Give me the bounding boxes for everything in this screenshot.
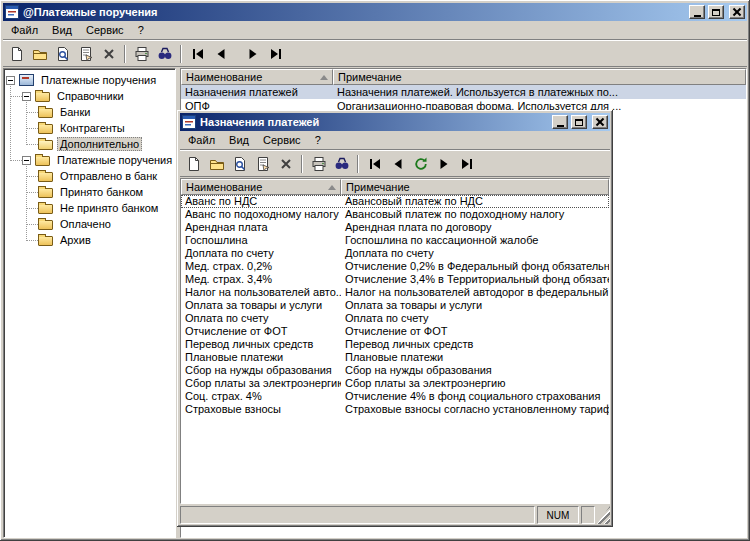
find-button[interactable] bbox=[153, 43, 176, 65]
list-row[interactable]: Оплата по счетуОплата по счету bbox=[181, 312, 609, 325]
menu-item-3[interactable]: ? bbox=[308, 132, 328, 149]
tree-connector-line bbox=[26, 176, 38, 177]
last-button[interactable] bbox=[264, 43, 287, 65]
child-body: НаименованиеПримечаниеАванс по НДСАвансо… bbox=[180, 177, 610, 504]
properties-button[interactable] bbox=[251, 153, 274, 175]
tree-item[interactable]: Оплачено bbox=[4, 216, 175, 232]
menu-item-3[interactable]: ? bbox=[131, 22, 151, 39]
refresh-button[interactable] bbox=[409, 153, 432, 175]
first-button[interactable] bbox=[363, 153, 386, 175]
tree-connector-line bbox=[26, 112, 38, 113]
last-icon bbox=[459, 156, 475, 172]
list-row[interactable]: Сбор платы за электроэнергиюСбор платы з… bbox=[181, 377, 609, 390]
tree-item[interactable]: Принято банком bbox=[4, 184, 175, 200]
tree-item-label: Дополнительно bbox=[57, 137, 142, 151]
child-maximize-button[interactable] bbox=[571, 115, 587, 129]
cell-name: Оплата за товары и услуги bbox=[181, 299, 341, 312]
list-row[interactable]: Назначения платежейНазначения платежей. … bbox=[181, 85, 746, 99]
child-window-title: Назначения платежей bbox=[199, 116, 549, 128]
tree-item[interactable]: Отправлено в банк bbox=[4, 168, 175, 184]
column-header-note[interactable]: Примечание bbox=[341, 179, 609, 195]
list-row[interactable]: Сбор на нужды образованияСбор на нужды о… bbox=[181, 364, 609, 377]
menu-item-1[interactable]: Вид bbox=[45, 22, 79, 39]
new-button[interactable] bbox=[182, 153, 205, 175]
column-header-label: Наименование bbox=[186, 71, 262, 83]
delete-button[interactable] bbox=[97, 43, 120, 65]
open-button[interactable] bbox=[28, 43, 51, 65]
cell-name: Соц. страх. 4% bbox=[181, 390, 341, 403]
list-row[interactable]: Страховые взносыСтраховые взносы согласн… bbox=[181, 403, 609, 416]
tree-item-label: Контрагенты bbox=[57, 121, 128, 135]
open-button[interactable] bbox=[205, 153, 228, 175]
menu-item-1[interactable]: Вид bbox=[222, 132, 256, 149]
prev-button[interactable] bbox=[209, 43, 232, 65]
delete-button[interactable] bbox=[274, 153, 297, 175]
list-row[interactable]: Отчисление от ФОТОтчисление от ФОТ bbox=[181, 325, 609, 338]
next-button[interactable] bbox=[432, 153, 455, 175]
list-row[interactable]: Мед. страх. 3,4%Отчисление 3,4% в Террит… bbox=[181, 273, 609, 286]
list-row[interactable]: Плановые платежиПлановые платежи bbox=[181, 351, 609, 364]
print-button[interactable] bbox=[130, 43, 153, 65]
main-titlebar[interactable]: @Платежные поручения bbox=[3, 3, 747, 21]
list-row[interactable]: ГоспошлинаГоспошлина по кассационной жал… bbox=[181, 234, 609, 247]
list-row[interactable]: Аванс по подоходному налогуАвансовый пла… bbox=[181, 208, 609, 221]
child-titlebar[interactable]: Назначения платежей bbox=[180, 113, 610, 131]
status-message bbox=[180, 506, 535, 524]
tree-item-label: Банки bbox=[57, 105, 93, 119]
child-close-button[interactable] bbox=[592, 115, 608, 129]
list-row[interactable]: Аванс по НДСАвансовый платеж по НДС bbox=[181, 195, 609, 208]
list-row[interactable]: Налог на пользователей авто...Налог на п… bbox=[181, 286, 609, 299]
list-row[interactable]: Мед. страх. 0,2%Отчисление 0,2% в Федера… bbox=[181, 260, 609, 273]
tree-item[interactable]: Архив bbox=[4, 232, 175, 248]
folder-icon bbox=[35, 92, 50, 102]
list-row[interactable]: Доплата по счетуДоплата по счету bbox=[181, 247, 609, 260]
cell-name: Сбор на нужды образования bbox=[181, 364, 341, 377]
list-row[interactable]: Перевод личных средствПеревод личных сре… bbox=[181, 338, 609, 351]
first-button[interactable] bbox=[186, 43, 209, 65]
preview-button[interactable] bbox=[51, 43, 74, 65]
tree-item[interactable]: Дополнительно bbox=[4, 136, 175, 152]
print-button[interactable] bbox=[307, 153, 330, 175]
cell-note: Назначения платежей. Используется в плат… bbox=[333, 85, 746, 99]
next-button[interactable] bbox=[241, 43, 264, 65]
list-row[interactable]: Арендная платаАрендная плата по договору bbox=[181, 221, 609, 234]
maximize-button[interactable] bbox=[708, 5, 724, 19]
column-header-name[interactable]: Наименование bbox=[181, 179, 341, 195]
prev-button[interactable] bbox=[386, 153, 409, 175]
menu-item-0[interactable]: Файл bbox=[4, 22, 45, 39]
status-pane bbox=[581, 506, 595, 524]
sort-ascending-icon bbox=[328, 185, 336, 190]
tree-connector-line bbox=[26, 240, 38, 241]
tree-item[interactable]: Платежные поручения bbox=[4, 152, 175, 168]
tree-item[interactable]: Не принято банком bbox=[4, 200, 175, 216]
preview-button[interactable] bbox=[228, 153, 251, 175]
menu-item-2[interactable]: Сервис bbox=[79, 22, 131, 39]
tree-item[interactable]: Справочники bbox=[4, 88, 175, 104]
num-indicator: NUM bbox=[537, 506, 579, 524]
menu-item-2[interactable]: Сервис bbox=[256, 132, 308, 149]
tree-collapse-icon[interactable] bbox=[22, 156, 31, 165]
tree-item[interactable]: Контрагенты bbox=[4, 120, 175, 136]
tree-item[interactable]: Банки bbox=[4, 104, 175, 120]
column-header-note[interactable]: Примечание bbox=[333, 69, 746, 85]
folder-icon bbox=[38, 188, 53, 198]
tree-collapse-icon[interactable] bbox=[6, 76, 15, 85]
new-button[interactable] bbox=[5, 43, 28, 65]
child-minimize-button[interactable] bbox=[552, 115, 568, 129]
properties-button[interactable] bbox=[74, 43, 97, 65]
list-row[interactable]: Соц. страх. 4%Отчисление 4% в фонд социа… bbox=[181, 390, 609, 403]
next-icon bbox=[245, 46, 261, 62]
column-header-name[interactable]: Наименование bbox=[181, 69, 333, 85]
list-row[interactable]: Оплата за товары и услугиОплата за товар… bbox=[181, 299, 609, 312]
tree-collapse-icon[interactable] bbox=[22, 92, 31, 101]
close-button[interactable] bbox=[729, 5, 745, 19]
cell-name: Назначения платежей bbox=[181, 85, 333, 99]
last-button[interactable] bbox=[455, 153, 478, 175]
find-button[interactable] bbox=[330, 153, 353, 175]
tree-root-item[interactable]: Платежные поручения bbox=[4, 72, 175, 88]
next-icon bbox=[436, 156, 452, 172]
minimize-button[interactable] bbox=[689, 5, 705, 19]
tree-connector-line bbox=[26, 192, 38, 193]
menu-item-0[interactable]: Файл bbox=[181, 132, 222, 149]
resize-grip[interactable] bbox=[597, 506, 610, 524]
